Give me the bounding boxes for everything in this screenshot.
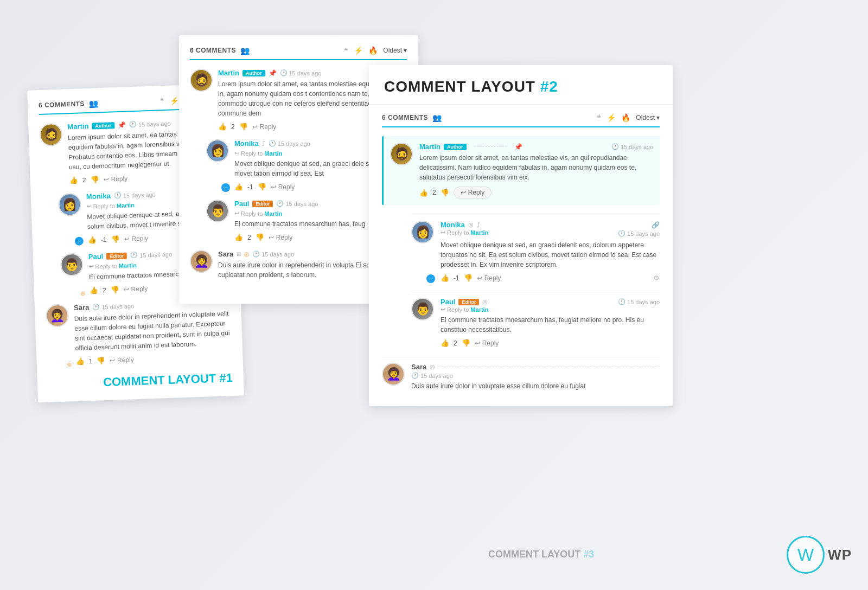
bolt-icon-1[interactable]: ⚡ (170, 96, 180, 105)
sara-3-sub-meta: 🕐 15 days ago (411, 372, 660, 379)
comment-monika-3-inner: 👩 🐦 Monika ◎ ⤴ 🔗 ↩ (411, 221, 660, 282)
reply-to-link-paul-2: Martin (264, 210, 282, 217)
fire-icon-2[interactable]: 🔥 (368, 46, 378, 55)
bolt-icon-2[interactable]: ⚡ (354, 46, 363, 55)
avatar-martin-2: 🧔 (190, 69, 213, 92)
avatar-wrap-monika-3: 👩 🐦 (411, 221, 434, 282)
comments-count-section-2: 6 COMMENTS 👥 (190, 46, 250, 55)
like-count-martin-3: 2 (432, 189, 436, 196)
reply-btn-paul-3[interactable]: ↩ Reply (475, 339, 499, 347)
avatar-sara-3: 👩‍🦱 (382, 363, 405, 386)
rss-icon-sara-2: ◎ (244, 251, 249, 257)
monika-3-actions-left: 👍 -1 👎 ↩ Reply (441, 274, 501, 282)
reply-btn-monika-2[interactable]: ↩ Reply (271, 183, 295, 191)
reply-to-link-monika-3: Martin (470, 229, 488, 236)
reply-btn-monika-3[interactable]: ↩ Reply (477, 274, 501, 282)
reply-to-monika-3: ↩ Reply to Martin (441, 229, 488, 236)
comment-body-monika-3: Monika ◎ ⤴ 🔗 ↩ Reply to Martin 🕐 15 days… (441, 221, 660, 282)
rss-sara-3: ◎ (430, 363, 435, 370)
sort-dropdown-2[interactable]: Oldest ▾ (383, 47, 407, 54)
like-btn-paul-1[interactable]: 👍 (90, 286, 99, 294)
dislike-btn-monika-1[interactable]: 👎 (111, 235, 120, 243)
comment-text-martin-3: Lorem ipsum dolor sit amet, ea tantas mo… (419, 153, 653, 182)
reply-btn-martin-3[interactable]: ↩ Reply (454, 187, 492, 198)
layout-title-3: COMMENT LAYOUT #2 (384, 78, 658, 95)
avatar-wrap-martin-2: 🧔 (190, 69, 213, 131)
like-btn-monika-2[interactable]: 👍 (234, 183, 243, 191)
sort-dropdown-3[interactable]: Oldest ▾ (636, 114, 660, 121)
avatar-paul-2: 👨 (206, 200, 229, 222)
martin-3-actions: 👍 2 👎 ↩ Reply (419, 187, 653, 198)
reply-btn-martin-1[interactable]: ↩ Reply (103, 175, 127, 183)
time-paul-1: 🕐 15 days ago (130, 251, 172, 259)
comment-body-sara-3: Sara ◎ 🕐 15 days ago Duis aute irure dol… (411, 363, 660, 395)
badge-editor-2: Editor (252, 201, 273, 207)
share-icon-monika-2[interactable]: ⤴ (262, 140, 265, 148)
monika-3-meta-left: Monika ◎ ⤴ (441, 221, 480, 229)
author-martin-1: Martin (67, 122, 88, 131)
settings-icon-monika-3[interactable]: ⚙ (653, 274, 660, 282)
comments-sort-section-2: ❝ ⚡ 🔥 Oldest ▾ (344, 46, 407, 55)
reply-btn-monika-1[interactable]: ↩ Reply (124, 234, 148, 243)
comment-actions-sara-1: 👍 1 👎 ↩ Reply (75, 352, 232, 365)
avatar-wrap-paul-1: 👨 ◎ (60, 253, 85, 295)
like-btn-sara-1[interactable]: 👍 (75, 357, 85, 365)
reply-btn-martin-2[interactable]: ↩ Reply (252, 123, 277, 131)
share-icon-monika-3[interactable]: ⤴ (477, 221, 480, 229)
reply-btn-paul-2[interactable]: ↩ Reply (269, 234, 293, 241)
like-count-monika-2: -1 (247, 183, 253, 191)
comments-count-section-3: 6 COMMENTS 👥 (382, 113, 442, 122)
rss-overlay-sara-1: ◎ (67, 361, 72, 367)
comments-count-2: 6 COMMENTS (190, 47, 236, 54)
dislike-btn-monika-3[interactable]: 👎 (464, 274, 473, 282)
bolt-icon-3[interactable]: ⚡ (607, 113, 616, 122)
time-martin-1: 🕐 15 days ago (129, 120, 171, 129)
like-btn-martin-2[interactable]: 👍 (218, 123, 227, 131)
dislike-btn-martin-2[interactable]: 👎 (239, 123, 248, 131)
comment-martin-3-inner: 🧔 Martin Author 📌 🕐 15 days ago Lorem ip… (390, 143, 653, 198)
like-btn-martin-3[interactable]: 👍 (419, 189, 428, 197)
comment-sara-3-inner: 👩‍🦱 Sara ◎ 🕐 15 days ago Duis aute irure… (382, 363, 660, 395)
like-btn-paul-3[interactable]: 👍 (441, 339, 449, 347)
comment-paul-3: 👨 Paul Editor ◎ 🕐 15 days ago ↩ Reply to… (411, 291, 660, 347)
avatar-sara-2: 👩‍🦱 (190, 250, 213, 273)
wp-logo-text: W (797, 545, 814, 565)
comment-sara-1: 👩‍🦱 ◎ Sara 🕐 15 days ago Duis aute irure… (46, 298, 232, 367)
dislike-btn-paul-3[interactable]: 👎 (462, 339, 470, 347)
like-btn-monika-1[interactable]: 👍 (87, 236, 97, 245)
avatar-wrap-monika-2: 👩 🐦 (206, 139, 229, 191)
time-martin-2: 🕐 15 days ago (280, 69, 322, 76)
martin-3-meta-left: Martin Author 📌 (419, 143, 522, 151)
twitter-overlay-monika-2: 🐦 (221, 183, 230, 192)
dislike-btn-sara-1[interactable]: 👎 (97, 356, 106, 365)
dislike-btn-martin-1[interactable]: 👎 (90, 175, 99, 184)
like-count-martin-2: 2 (231, 123, 235, 131)
dislike-btn-monika-2[interactable]: 👎 (258, 183, 266, 191)
avatar-monika-2: 👩 (206, 139, 229, 162)
like-count-monika-3: -1 (454, 274, 459, 282)
watermark: W WP (787, 536, 852, 574)
time-monika-1: 🕐 15 days ago (114, 191, 156, 200)
reply-btn-paul-1[interactable]: ↩ Reply (123, 285, 148, 293)
avatar-paul-3: 👨 (411, 298, 434, 320)
avatar-wrap-paul-3: 👨 (411, 298, 434, 347)
link-icon-monika-3[interactable]: 🔗 (652, 221, 660, 229)
quote-icon-2[interactable]: ❝ (344, 46, 348, 55)
dislike-btn-paul-1[interactable]: 👎 (110, 285, 119, 294)
sara-3-meta-row: Sara ◎ (411, 363, 660, 371)
reply-btn-sara-1[interactable]: ↩ Reply (110, 356, 134, 364)
quote-icon-3[interactable]: ❝ (597, 113, 601, 122)
like-btn-monika-3[interactable]: 👍 (441, 274, 449, 282)
dislike-btn-martin-3[interactable]: 👎 (441, 189, 449, 197)
quote-icon-1[interactable]: ❝ (160, 97, 165, 105)
dislike-btn-paul-2[interactable]: 👎 (256, 233, 264, 241)
like-count-martin-1: 2 (82, 176, 86, 184)
like-btn-paul-2[interactable]: 👍 (234, 233, 243, 241)
like-btn-martin-1[interactable]: 👍 (69, 176, 79, 185)
paul-3-meta-left: Paul Editor ◎ (441, 298, 488, 306)
fire-icon-3[interactable]: 🔥 (621, 113, 630, 122)
avatar-wrap-sara-1: 👩‍🦱 ◎ (46, 304, 71, 366)
reply-to-paul-3: ↩ Reply to Martin (441, 306, 660, 313)
comment-body-paul-3: Paul Editor ◎ 🕐 15 days ago ↩ Reply to M… (441, 298, 660, 347)
pin-icon-2: 📌 (269, 69, 277, 77)
